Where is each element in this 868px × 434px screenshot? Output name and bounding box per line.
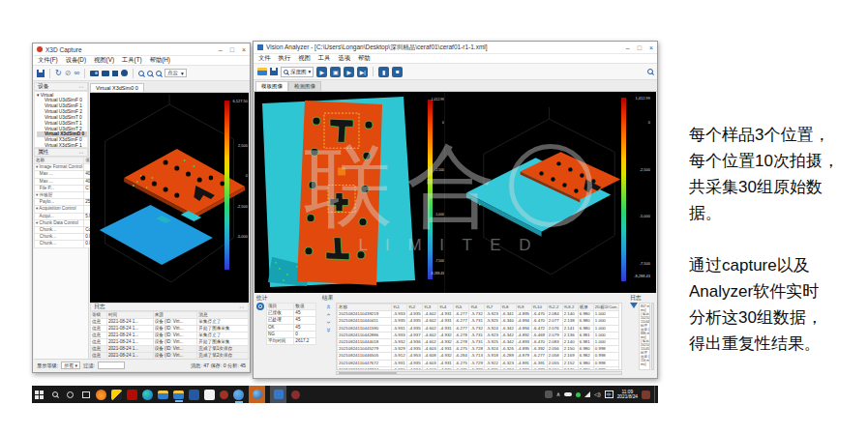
- log-row[interactable]: 信息2021-08-24 1...设备 (ID: Virt...开始了图像采集: [91, 338, 249, 345]
- statistics-row[interactable]: 平均时间2617.2: [267, 338, 316, 345]
- taskbar-app-office[interactable]: [189, 390, 199, 400]
- link-icon[interactable]: ∞: [74, 70, 79, 77]
- tray-notification-icon[interactable]: [642, 391, 650, 399]
- save-icon[interactable]: [270, 68, 278, 75]
- next-row-button[interactable]: ›: [325, 321, 330, 324]
- gear-icon[interactable]: [256, 303, 264, 310]
- run-once-button[interactable]: ▶: [316, 67, 327, 77]
- taskbar-app-capture-active[interactable]: [249, 386, 265, 403]
- analyzer-right-scene[interactable]: [445, 92, 658, 293]
- maximize-button[interactable]: □: [638, 44, 642, 51]
- zoom-in-icon[interactable]: [138, 71, 144, 76]
- ime-indicator[interactable]: 中: [605, 391, 614, 398]
- panel-pin-icons[interactable]: ▫▫: [78, 150, 84, 156]
- results-column-header[interactable]: 孔4: [438, 304, 454, 311]
- results-column-header[interactable]: 孔9: [516, 304, 531, 311]
- analyzer-3d-view-left[interactable]: 1,412.990-2,500-5,000-7,500-8,288.43: [254, 92, 444, 293]
- cloud-icon[interactable]: [564, 392, 572, 396]
- green-status-icon[interactable]: [576, 392, 581, 397]
- last-row-button[interactable]: »: [325, 328, 330, 332]
- menu-item[interactable]: 执行: [279, 54, 291, 63]
- zoom-fit-icon[interactable]: [156, 71, 162, 76]
- results-column-header[interactable]: 孔10: [531, 304, 547, 311]
- taskbar-app-folder[interactable]: [158, 391, 168, 399]
- results-column-header[interactable]: 孔2-2: [547, 304, 562, 311]
- menu-item[interactable]: 视图: [298, 54, 311, 63]
- taskbar-app-pdf[interactable]: [127, 390, 137, 400]
- results-row[interactable]: 20210824110439219-5.933-4.935-4.602-4.93…: [338, 311, 619, 318]
- menu-item[interactable]: 设备(D): [66, 56, 86, 65]
- analyzer-titlebar[interactable]: Vision Analyzer - [C:\Users\Longan\Deskt…: [254, 42, 657, 54]
- menu-item[interactable]: 帮助(H): [150, 56, 170, 65]
- capture-3d-view[interactable]: 6,127.502,5000-2,500-5,000: [90, 93, 249, 303]
- analyzer-3d-view-right[interactable]: 1,412.990-2,500-5,000-7,500-8,288.43: [444, 92, 658, 293]
- view-tab[interactable]: Virtual X3dSim0 0: [90, 83, 144, 92]
- maximize-button[interactable]: □: [230, 46, 234, 53]
- panel-pin-icons[interactable]: ▫▫: [78, 84, 84, 90]
- statistics-row[interactable]: 已处理45: [267, 317, 316, 324]
- results-row[interactable]: 20210824110445279-5.929-4.935-4.603-4.93…: [338, 346, 619, 353]
- open-file-icon[interactable]: [257, 68, 267, 75]
- log-row[interactable]: 信息2021-08-24 1...设备 (ID: Virt...采集停止了: [91, 319, 249, 326]
- task-view-icon[interactable]: [80, 390, 91, 400]
- menu-item[interactable]: 文件: [258, 54, 271, 63]
- properties-column-header[interactable]: 名称: [35, 158, 84, 164]
- stop-button[interactable]: ■: [392, 67, 403, 77]
- taskbar-app-notes[interactable]: [111, 390, 122, 400]
- results-row[interactable]: 20210824110441590-5.931-4.935-4.602-4.93…: [338, 325, 619, 332]
- log-row[interactable]: 信息2021-08-24 1...设备 (ID: Virt...开始了图像采集: [91, 326, 249, 333]
- results-row[interactable]: 20210824110440411-5.935-4.935-4.602-4.93…: [338, 318, 619, 325]
- tree-item-device[interactable]: Virtual U3dSimF 2: [37, 109, 87, 115]
- capture-titlebar[interactable]: X3D Capture – □ ×: [33, 43, 250, 56]
- pause-button[interactable]: ▮: [378, 67, 389, 77]
- search-icon[interactable]: [49, 390, 60, 400]
- results-column-header[interactable]: 名称: [338, 304, 392, 311]
- log-vertical-scrollbar[interactable]: [651, 303, 654, 370]
- minimize-button[interactable]: –: [626, 44, 630, 51]
- results-table-wrap[interactable]: 名称孔1孔2孔3孔4孔5孔6孔7孔8孔9孔10孔2-2孔9-2板厚2D标定Con…: [336, 303, 622, 370]
- log-column-header[interactable]: 消息: [197, 312, 249, 319]
- network-icon[interactable]: [584, 391, 590, 397]
- record-icon[interactable]: [121, 70, 128, 76]
- log-filter-icon[interactable]: [630, 303, 638, 308]
- zoom-out-icon[interactable]: [147, 71, 153, 76]
- menu-item[interactable]: 帮助: [358, 54, 371, 63]
- log-row[interactable]: 信息2021-08-24 1...设备 (ID: Virt...采集停止了: [91, 333, 249, 339]
- prev-row-button[interactable]: ‹: [325, 313, 330, 316]
- stop-icon[interactable]: [112, 71, 118, 76]
- tree-item-device[interactable]: Virtual U3dSimT 1: [37, 121, 87, 127]
- skip-button[interactable]: ▶|: [357, 67, 368, 77]
- menu-item[interactable]: 选项: [338, 54, 350, 63]
- tree-item-device[interactable]: Virtual U3dSimF 1: [37, 103, 87, 109]
- taskbar-app-analyzer-active[interactable]: [270, 386, 286, 403]
- tray-app-icon[interactable]: [545, 391, 553, 398]
- run-continuous-button[interactable]: ▣: [330, 67, 341, 77]
- results-column-header[interactable]: 孔6: [469, 304, 485, 311]
- snapshot-icon[interactable]: [90, 71, 99, 76]
- taskbar-app-security[interactable]: [96, 390, 106, 400]
- statistics-row[interactable]: OK45: [267, 324, 316, 331]
- volume-icon[interactable]: ◁): [594, 391, 601, 397]
- results-column-header[interactable]: 孔2: [407, 304, 423, 311]
- report-search-icon[interactable]: [647, 69, 653, 74]
- disconnect-icon[interactable]: ⊘: [65, 70, 72, 77]
- close-button[interactable]: ×: [649, 44, 653, 51]
- close-button[interactable]: ×: [242, 46, 246, 53]
- render-mode-select[interactable]: 点云▾: [165, 69, 187, 77]
- results-column-header[interactable]: 孔5: [454, 304, 469, 311]
- statistics-column-header[interactable]: 项目: [267, 304, 294, 310]
- image-tab[interactable]: 检测图像: [288, 81, 321, 91]
- save-icon[interactable]: [37, 70, 45, 77]
- results-column-header[interactable]: 孔1: [392, 304, 407, 311]
- log-level-select[interactable]: 所有 ▾: [61, 362, 80, 369]
- analyzer-left-scene[interactable]: [254, 92, 444, 293]
- menu-item[interactable]: 视图(V): [94, 56, 114, 65]
- taskbar-app-maroon[interactable]: [291, 391, 300, 399]
- results-column-header[interactable]: 孔9-2: [562, 304, 578, 311]
- taskbar-app-red[interactable]: [220, 391, 228, 399]
- results-row[interactable]: 20210824110446505-5.912-4.953-4.608-4.93…: [338, 353, 619, 360]
- results-column-header[interactable]: 孔7: [485, 304, 500, 311]
- taskbar-app-wechat[interactable]: [204, 390, 215, 400]
- results-column-header[interactable]: 2D标定Con...: [593, 304, 618, 311]
- panel-pin-icons[interactable]: ▫▫: [239, 304, 245, 310]
